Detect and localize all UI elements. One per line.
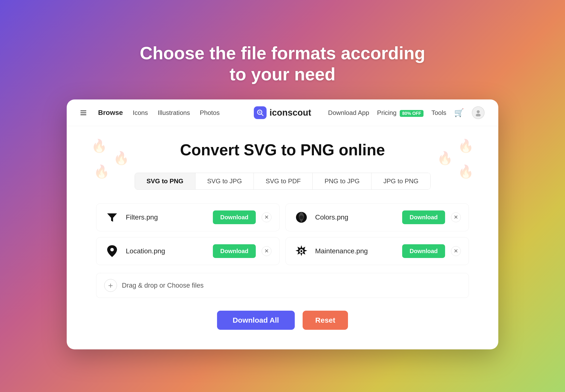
nav-logo: iconscout xyxy=(254,106,311,119)
page-title: Convert SVG to PNG online xyxy=(96,141,469,159)
download-all-button[interactable]: Download All xyxy=(217,311,295,330)
file-thumb-colors xyxy=(294,210,309,225)
download-btn-location[interactable]: Download xyxy=(213,244,256,258)
fire-deco-6: 🔥 xyxy=(458,164,474,179)
logo-icon xyxy=(254,106,267,119)
user-avatar[interactable] xyxy=(472,106,485,119)
fire-deco-2: 🔥 xyxy=(113,151,129,166)
logo-text: iconscout xyxy=(269,108,311,118)
download-btn-colors[interactable]: Download xyxy=(402,210,445,224)
file-row-location: Location.png Download ✕ xyxy=(96,237,280,265)
fire-deco-4: 🔥 xyxy=(458,139,474,153)
headline-line2: to your need xyxy=(230,64,335,84)
svg-point-6 xyxy=(299,215,303,219)
hero-headline: Choose the file formats according to you… xyxy=(140,43,425,85)
file-grid: Filters.png Download ✕ Colors.png Downlo… xyxy=(96,203,469,265)
file-name-location: Location.png xyxy=(126,247,207,255)
download-btn-filters[interactable]: Download xyxy=(213,210,256,224)
action-buttons: Download All Reset xyxy=(96,311,469,330)
add-label: Drag & drop or Choose files xyxy=(122,282,204,289)
navbar: Browse Icons Illustrations Photos iconsc… xyxy=(67,99,498,126)
svg-point-7 xyxy=(110,248,114,251)
nav-icons[interactable]: Icons xyxy=(133,109,148,117)
file-name-filters: Filters.png xyxy=(126,213,207,221)
reset-button[interactable]: Reset xyxy=(303,311,348,330)
file-thumb-location xyxy=(104,243,120,259)
hamburger-menu[interactable] xyxy=(80,111,86,115)
pricing-link[interactable]: Pricing 80% OFF xyxy=(377,109,424,117)
pricing-badge: 80% OFF xyxy=(400,110,424,117)
tools-link[interactable]: Tools xyxy=(431,109,446,117)
svg-point-3 xyxy=(477,110,480,113)
file-thumb-maintenance xyxy=(294,243,309,259)
close-btn-maintenance[interactable]: ✕ xyxy=(451,246,461,256)
download-app-link[interactable]: Download App xyxy=(328,109,369,117)
tab-png-to-jpg[interactable]: PNG to JPG xyxy=(313,173,372,189)
tab-jpg-to-png[interactable]: JPG to PNG xyxy=(372,173,430,189)
close-btn-location[interactable]: ✕ xyxy=(262,246,271,256)
tab-svg-to-jpg[interactable]: SVG to JPG xyxy=(195,173,254,189)
nav-illustrations[interactable]: Illustrations xyxy=(158,109,190,117)
file-name-colors: Colors.png xyxy=(315,213,396,221)
svg-point-9 xyxy=(300,250,302,252)
svg-marker-5 xyxy=(107,213,117,222)
cart-icon[interactable]: 🛒 xyxy=(454,108,464,117)
tab-svg-to-pdf[interactable]: SVG to PDF xyxy=(254,173,313,189)
file-thumb-filters xyxy=(104,210,120,225)
nav-right: Download App Pricing 80% OFF Tools 🛒 xyxy=(328,106,485,119)
svg-point-2 xyxy=(259,111,261,113)
fire-deco-1: 🔥 xyxy=(91,139,107,153)
main-content: 🔥 🔥 🔥 🔥 🔥 🔥 Convert SVG to PNG online SV… xyxy=(67,126,498,349)
format-tabs: SVG to PNG SVG to JPG SVG to PDF PNG to … xyxy=(135,173,431,190)
file-row-colors: Colors.png Download ✕ xyxy=(285,203,469,231)
nav-links: Icons Illustrations Photos xyxy=(133,109,220,117)
tab-svg-to-png[interactable]: SVG to PNG xyxy=(135,173,195,189)
nav-photos[interactable]: Photos xyxy=(200,109,220,117)
svg-line-1 xyxy=(261,114,263,116)
download-btn-maintenance[interactable]: Download xyxy=(402,244,445,258)
file-row-filters: Filters.png Download ✕ xyxy=(96,203,280,231)
file-row-maintenance: Maintenance.png Download ✕ xyxy=(285,237,469,265)
close-btn-filters[interactable]: ✕ xyxy=(262,212,271,222)
main-card: Browse Icons Illustrations Photos iconsc… xyxy=(67,99,498,349)
svg-point-4 xyxy=(476,114,481,116)
nav-left: Browse Icons Illustrations Photos xyxy=(80,109,220,117)
add-files-row[interactable]: + Drag & drop or Choose files xyxy=(96,273,469,298)
add-icon: + xyxy=(104,279,117,292)
fire-deco-3: 🔥 xyxy=(94,164,110,179)
fire-deco-5: 🔥 xyxy=(437,151,453,166)
close-btn-colors[interactable]: ✕ xyxy=(451,212,461,222)
nav-browse[interactable]: Browse xyxy=(98,109,123,117)
headline-line1: Choose the file formats according xyxy=(140,43,425,63)
file-name-maintenance: Maintenance.png xyxy=(315,247,396,255)
